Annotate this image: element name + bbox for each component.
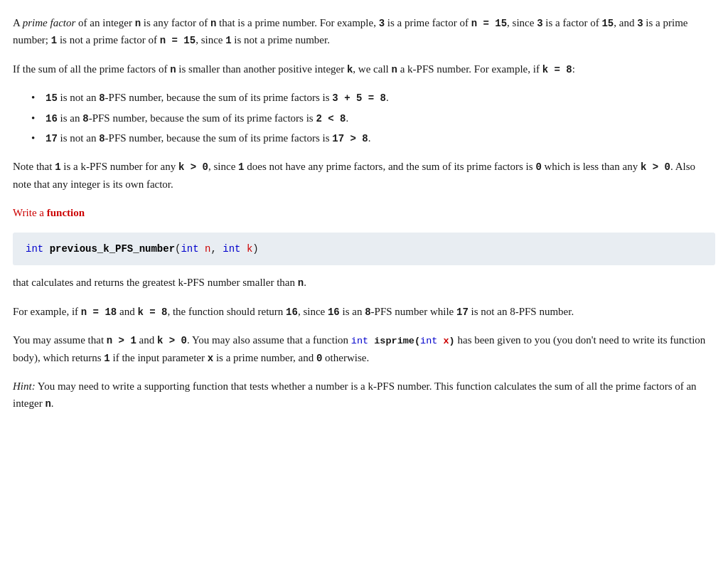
k-example: k = 8 [542,64,572,75]
val-15: 15 [601,18,614,29]
bullet-8pfs-2: 8 [82,113,88,124]
write-function-heading: Write a function [13,204,715,221]
ex-8pfs: 8 [365,307,370,318]
assume-k-gt-0: k > 0 [157,335,187,346]
list-item-16: 16 is an 8-PFS number, because the sum o… [34,110,715,127]
smaller-than-n: n [298,277,304,289]
var-n-1: n [135,18,141,29]
returns-1: 1 [104,353,109,364]
assume-paragraph: You may assume that n > 1 and k > 0. You… [13,331,715,366]
list-item-17: 17 is not an 8-PFS number, because the s… [34,129,715,146]
note-val-1-2: 1 [238,161,244,173]
note-k-gt-0: k > 0 [178,161,208,173]
param-x: x [208,353,213,364]
example-paragraph: For example, if n = 18 and k = 8, the fu… [13,303,715,320]
isprime-signature: int isprime(int x) [351,336,455,346]
intro-paragraph: A prime factor of an integer n is any fa… [13,14,715,49]
hint-label: Hint: [13,380,36,392]
note-k-2: k > 0 [641,161,670,173]
var-n-call: n [392,64,397,75]
ex-17-not: 17 [456,307,469,318]
bullet-sum-16: 2 < 8 [316,113,346,124]
write-a-label: Write a [13,207,47,218]
ex-k-8: k = 8 [137,307,167,318]
note-val-1: 1 [55,161,60,173]
bullet-8pfs-3: 8 [99,133,105,144]
calculates-paragraph: that calculates and returns the greatest… [13,274,715,291]
not-prime-1: 1 [225,35,231,46]
note-sum-0: 0 [535,161,541,173]
ex-n-18: n = 18 [81,307,117,318]
hint-var-n: n [45,398,50,410]
val-1: 1 [51,35,57,46]
kpfs-definition-paragraph: If the sum of all the prime factors of n… [13,60,715,78]
function-signature-block: int previous_k_PFS_number(int n, int k) [13,233,715,265]
var-n-eq-15: n = 15 [471,18,507,29]
param-type-2: int [223,243,240,255]
examples-list: 15 is not an 8-PFS number, because the s… [34,89,715,146]
bullet-val-15: 15 [46,92,58,104]
param-type-1: int [181,243,198,255]
bullet-8pfs-1: 8 [99,92,105,104]
fn-name: previous_k_PFS_number [50,243,175,255]
bullet-sum-17: 17 > 8 [332,133,368,144]
var-n-kpfs: n [170,64,176,75]
hint-paragraph: Hint: You may need to write a supporting… [13,378,715,412]
param-k: k [247,243,252,255]
kw-int-return: int [26,243,43,255]
returns-0: 0 [316,353,322,364]
ex-16-is: 16 [328,307,340,318]
assume-n-gt-1: n > 1 [107,335,136,346]
note-paragraph: Note that 1 is a k-PFS number for any k … [13,158,715,192]
ex-return-16: 16 [286,307,298,318]
factor-3: 3 [537,18,542,29]
list-item-15: 15 is not an 8-PFS number, because the s… [34,89,715,106]
prime-factor-term: prime factor [23,17,76,28]
bullet-val-16: 16 [46,113,58,124]
param-n: n [205,243,210,255]
example-3: 3 [379,18,385,29]
var-k-kpfs: k [347,64,353,75]
prime-3: 3 [637,18,643,29]
bullet-val-17: 17 [46,133,58,144]
function-label: function [47,207,85,218]
var-n-2: n [210,18,216,29]
bullet-sum-15: 3 + 5 = 8 [332,92,386,104]
n-eq-15-2: n = 15 [160,35,196,46]
